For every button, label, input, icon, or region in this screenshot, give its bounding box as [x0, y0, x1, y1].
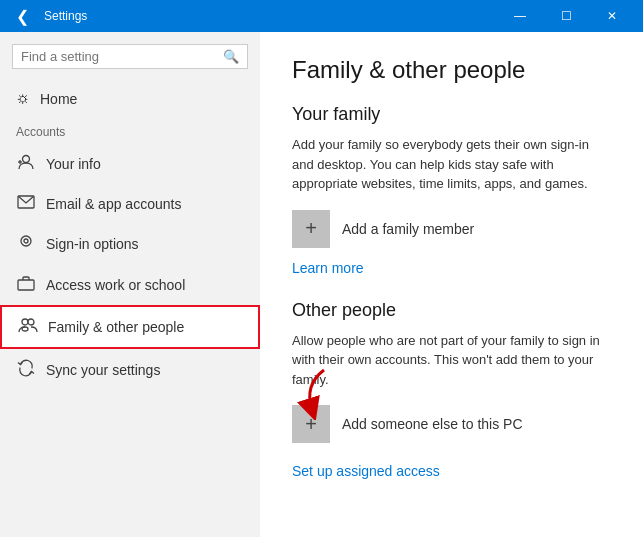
- page-title: Family & other people: [292, 56, 611, 84]
- email-icon: [16, 195, 36, 213]
- search-input[interactable]: [21, 49, 223, 64]
- your-info-icon: [16, 153, 36, 175]
- sidebar-item-your-info[interactable]: Your info: [0, 143, 260, 185]
- set-up-assigned-access-link[interactable]: Set up assigned access: [292, 463, 440, 479]
- signin-icon: [16, 233, 36, 255]
- svg-point-7: [22, 319, 28, 325]
- back-button[interactable]: ❮: [8, 2, 36, 30]
- titlebar-controls: — ☐ ✕: [497, 0, 635, 32]
- your-family-description: Add your family so everybody gets their …: [292, 135, 611, 194]
- close-button[interactable]: ✕: [589, 0, 635, 32]
- sidebar-item-sync-settings[interactable]: Sync your settings: [0, 349, 260, 391]
- family-icon: [18, 317, 38, 337]
- other-people-description: Allow people who are not part of your fa…: [292, 331, 611, 390]
- add-family-label: Add a family member: [342, 221, 474, 237]
- add-other-label: Add someone else to this PC: [342, 416, 523, 432]
- add-other-person-button[interactable]: + Add someone else to this PC: [292, 405, 611, 443]
- sidebar-your-info-label: Your info: [46, 156, 101, 172]
- other-people-title: Other people: [292, 300, 611, 321]
- sync-icon: [16, 359, 36, 381]
- add-family-plus-icon: +: [292, 210, 330, 248]
- svg-point-5: [24, 239, 28, 243]
- svg-point-0: [23, 156, 30, 163]
- titlebar: ❮ Settings — ☐ ✕: [0, 0, 643, 32]
- sidebar-item-home[interactable]: ⛭ Home: [0, 81, 260, 117]
- svg-rect-6: [18, 280, 34, 290]
- sidebar-item-access-work-school[interactable]: Access work or school: [0, 265, 260, 305]
- learn-more-link[interactable]: Learn more: [292, 260, 364, 276]
- sidebar-email-label: Email & app accounts: [46, 196, 181, 212]
- back-icon: ❮: [16, 7, 29, 26]
- sidebar-home-label: Home: [40, 91, 77, 107]
- sidebar-item-family-other-people[interactable]: Family & other people: [0, 305, 260, 349]
- sidebar-section-label: Accounts: [0, 117, 260, 143]
- sidebar: 🔍 ⛭ Home Accounts Your info: [0, 32, 260, 537]
- minimize-button[interactable]: —: [497, 0, 543, 32]
- app-body: 🔍 ⛭ Home Accounts Your info: [0, 32, 643, 537]
- sidebar-work-label: Access work or school: [46, 277, 185, 293]
- content-area: Family & other people Your family Add yo…: [260, 32, 643, 537]
- svg-point-8: [28, 319, 34, 325]
- svg-point-4: [21, 236, 31, 246]
- maximize-button[interactable]: ☐: [543, 0, 589, 32]
- sidebar-item-sign-in-options[interactable]: Sign-in options: [0, 223, 260, 265]
- sidebar-sync-label: Sync your settings: [46, 362, 160, 378]
- add-other-plus-icon: +: [292, 405, 330, 443]
- work-icon: [16, 275, 36, 295]
- sidebar-signin-label: Sign-in options: [46, 236, 139, 252]
- sidebar-family-label: Family & other people: [48, 319, 184, 335]
- sidebar-item-email-app-accounts[interactable]: Email & app accounts: [0, 185, 260, 223]
- search-box[interactable]: 🔍: [12, 44, 248, 69]
- home-icon: ⛭: [16, 91, 30, 107]
- search-icon: 🔍: [223, 49, 239, 64]
- your-family-title: Your family: [292, 104, 611, 125]
- add-family-member-button[interactable]: + Add a family member: [292, 210, 611, 248]
- titlebar-title: Settings: [36, 9, 497, 23]
